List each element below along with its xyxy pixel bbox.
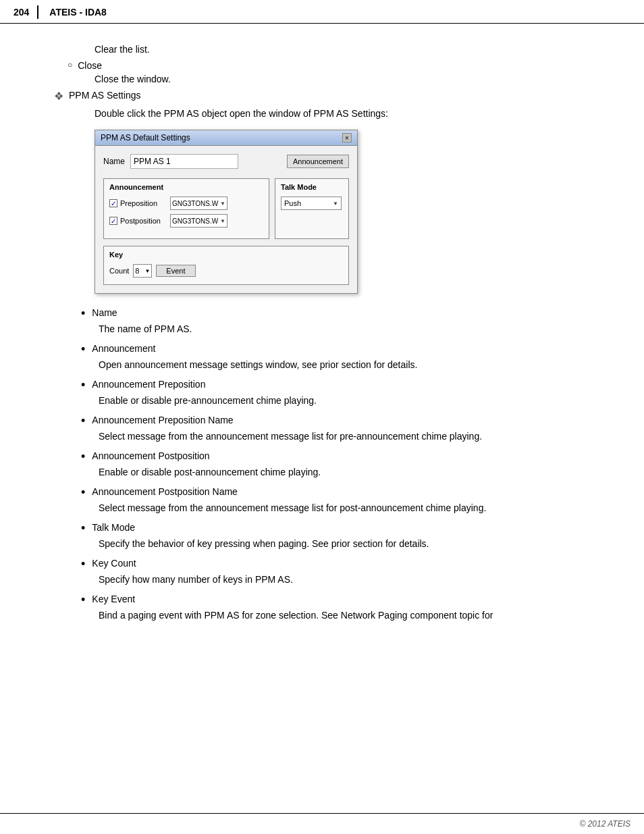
count-input[interactable]: 8 ▼: [133, 264, 152, 278]
bullet-dot-icon: •: [81, 522, 85, 534]
dialog-close-button[interactable]: ×: [342, 133, 352, 142]
close-text: Close the window.: [95, 74, 603, 84]
dialog-title: PPM AS Default Settings: [101, 133, 190, 142]
announcement-section: Announcement ✓ Preposition GNG3TONS.W ▼: [103, 178, 269, 239]
bullet-dot-icon: •: [81, 307, 85, 319]
bullet-name-label: Name: [92, 307, 117, 318]
postposition-row: ✓ Postposition GNG3TONS.W ▼: [109, 214, 263, 228]
bullet-preposition-name-desc: Select message from the announcement mes…: [99, 429, 603, 444]
bullet-preposition-desc: Enable or disable pre-announcement chime…: [99, 394, 603, 408]
postposition-dropdown-arrow: ▼: [220, 218, 225, 224]
bullet-list: • Name The name of PPM AS. • Announcemen…: [41, 307, 603, 623]
name-row: Name Announcement: [103, 154, 349, 169]
bullet-postposition-desc: Enable or disable post-announcement chim…: [99, 465, 603, 479]
bullet-preposition-label: Announcement Preposition: [92, 379, 205, 390]
bullet-preposition-name-label: Announcement Preposition Name: [92, 415, 233, 425]
bullet-keycount-desc: Specify how many number of keys in PPM A…: [99, 573, 603, 587]
announcement-button[interactable]: Announcement: [287, 155, 349, 168]
key-section: Key Count 8 ▼ Event: [103, 246, 349, 285]
dialog-sections: Announcement ✓ Preposition GNG3TONS.W ▼: [103, 178, 349, 239]
bullet-dot-icon: •: [81, 343, 85, 355]
ppm-dialog: PPM AS Default Settings × Name Announcem…: [95, 130, 358, 294]
postposition-checkbox[interactable]: ✓: [109, 217, 117, 225]
bullet-item-postposition: • Announcement Postposition: [81, 450, 603, 463]
bullet-dot-icon: •: [81, 486, 85, 498]
preposition-dropdown-arrow: ▼: [220, 201, 225, 207]
bullet-announcement-label: Announcement: [92, 343, 155, 354]
event-button[interactable]: Event: [156, 265, 195, 277]
count-label: Count: [109, 267, 129, 275]
talkmode-arrow-icon: ▼: [333, 201, 338, 207]
bullet-postposition-label: Announcement Postposition: [92, 450, 209, 461]
close-bullet-row: ○ Close: [68, 60, 603, 71]
postposition-dropdown[interactable]: GNG3TONS.W ▼: [170, 214, 227, 228]
bullet-dot-icon: •: [81, 558, 85, 570]
page-header: 204 ATEIS - IDA8: [0, 0, 644, 24]
ppm-settings-bullet: ❖ PPM AS Settings: [54, 90, 603, 103]
bullet-keyevent-label: Key Event: [92, 594, 135, 604]
page-number: 204: [0, 5, 38, 19]
bullet-item-preposition: • Announcement Preposition: [81, 379, 603, 391]
bullet-item-name: • Name: [81, 307, 603, 319]
preposition-checkbox[interactable]: ✓: [109, 199, 117, 207]
bullet-item-preposition-name: • Announcement Preposition Name: [81, 415, 603, 427]
bullet-keycount-label: Key Count: [92, 558, 136, 569]
talkmode-dropdown[interactable]: Push ▼: [281, 197, 342, 210]
dialog-wrapper: PPM AS Default Settings × Name Announcem…: [95, 130, 603, 294]
postposition-label: Postposition: [120, 217, 167, 225]
bullet-dot-icon: •: [81, 450, 85, 463]
bullet-postposition-name-label: Announcement Postposition Name: [92, 486, 238, 497]
talkmode-label: Talk Mode: [281, 183, 343, 191]
bullet-item-postposition-name: • Announcement Postposition Name: [81, 486, 603, 498]
bullet-dot-icon: •: [81, 379, 85, 391]
bullet-dot-icon: •: [81, 594, 85, 606]
name-label: Name: [103, 157, 125, 166]
key-section-label: Key: [109, 251, 343, 259]
bullet-item-keycount: • Key Count: [81, 558, 603, 570]
bullet-item-announcement: • Announcement: [81, 343, 603, 355]
count-dropdown-arrow: ▼: [144, 268, 150, 274]
diamond-icon: ❖: [54, 90, 63, 103]
name-input[interactable]: [130, 154, 238, 169]
bullet-postposition-name-desc: Select message from the announcement mes…: [99, 501, 603, 515]
bullet-dot-icon: •: [81, 415, 85, 427]
preposition-dropdown[interactable]: GNG3TONS.W ▼: [170, 197, 227, 210]
preposition-row: ✓ Preposition GNG3TONS.W ▼: [109, 197, 263, 210]
bullet-keyevent-desc: Bind a paging event with PPM AS for zone…: [99, 608, 603, 623]
dialog-titlebar: PPM AS Default Settings ×: [95, 130, 357, 146]
footer-copyright: © 2012 ATEIS: [579, 819, 630, 829]
close-label: Close: [78, 60, 102, 71]
clear-text: Clear the list.: [95, 44, 603, 55]
ppm-intro-text: Double click the PPM AS object open the …: [95, 108, 603, 119]
bullet-item-keyevent: • Key Event: [81, 594, 603, 606]
bullet-talkmode-desc: Specify the behavior of key pressing whe…: [99, 537, 603, 551]
dialog-content: Name Announcement Announcement ✓: [95, 146, 357, 293]
page-container: 204 ATEIS - IDA8 Clear the list. ○ Close…: [0, 0, 644, 834]
key-row: Count 8 ▼ Event: [109, 264, 343, 278]
bullet-announcement-desc: Open announcement message settings windo…: [99, 358, 603, 372]
bullet-talkmode-label: Talk Mode: [92, 522, 135, 533]
bullet-item-talkmode: • Talk Mode: [81, 522, 603, 534]
bullet-name-desc: The name of PPM AS.: [99, 322, 603, 336]
page-footer: © 2012 ATEIS: [0, 813, 644, 834]
page-title: ATEIS - IDA8: [49, 7, 107, 18]
circle-bullet-icon: ○: [68, 60, 72, 70]
talkmode-section: Talk Mode Push ▼: [275, 178, 349, 239]
announcement-section-label: Announcement: [109, 183, 263, 191]
ppm-settings-label: PPM AS Settings: [69, 90, 141, 101]
preposition-label: Preposition: [120, 199, 167, 207]
content-area: Clear the list. ○ Close Close the window…: [0, 37, 644, 650]
